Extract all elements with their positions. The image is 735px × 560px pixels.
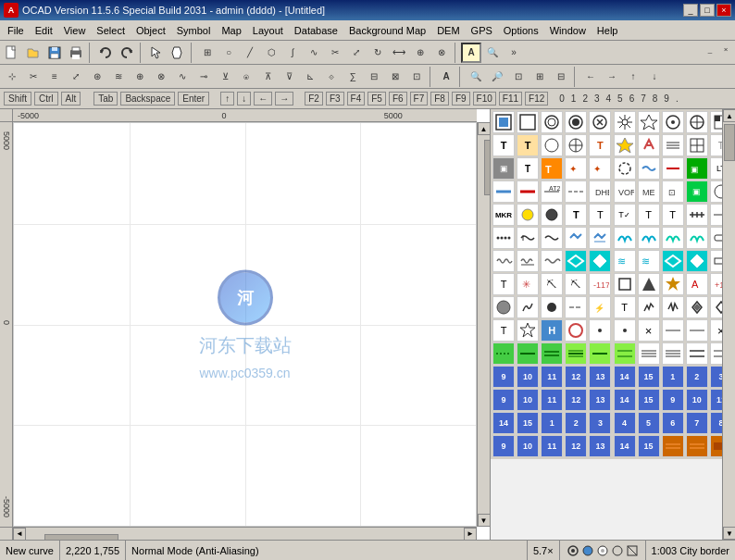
key-f3[interactable]: F3	[326, 92, 344, 106]
sym-15-3[interactable]: 11	[541, 435, 563, 457]
vis-icon-1[interactable]	[567, 544, 579, 557]
sym-10-3[interactable]: H	[541, 319, 563, 342]
cut-tool-button[interactable]: ✂	[325, 43, 345, 63]
sym-3-2[interactable]: T	[517, 157, 539, 180]
vis-icon-4[interactable]	[611, 544, 624, 557]
t2-zoom-box[interactable]: ⊡	[508, 67, 529, 87]
open-file-button[interactable]	[23, 43, 44, 63]
sym-2-7[interactable]	[638, 134, 660, 156]
status-visibility-icons[interactable]	[560, 541, 646, 560]
sym-10-9[interactable]	[686, 319, 708, 342]
hscroll-thumb[interactable]	[44, 534, 118, 541]
hscroll-left-button[interactable]: ◄	[13, 528, 26, 541]
save-file-button[interactable]	[44, 43, 65, 63]
key-left[interactable]: ←	[254, 92, 272, 106]
sym-14-2[interactable]: 15	[517, 412, 539, 434]
sym-5-8[interactable]: T	[662, 204, 684, 226]
t2-btn-18[interactable]: ⊟	[364, 67, 384, 87]
sym-13-2[interactable]: 10	[517, 389, 539, 411]
draw-rect-button[interactable]: ⊞	[197, 43, 218, 63]
toolbar-min-btn[interactable]: _	[703, 43, 717, 56]
menu-file[interactable]: File	[2, 23, 30, 38]
sym-12-9[interactable]: 2	[686, 366, 708, 388]
vis-icon-5[interactable]	[626, 544, 639, 557]
sym-15-6[interactable]: 14	[614, 435, 636, 457]
t2-btn-20[interactable]: ⊡	[406, 67, 427, 87]
sym-8-3[interactable]: ⛏	[541, 273, 563, 295]
sym-10-5[interactable]	[589, 319, 611, 342]
print-button[interactable]	[66, 43, 86, 63]
transform-button[interactable]: ⤢	[346, 43, 367, 63]
sym-15-7[interactable]: 15	[638, 435, 660, 457]
sym-4-9[interactable]: ▣	[686, 180, 708, 203]
sym-9-4[interactable]	[565, 296, 587, 318]
t2-btn-16[interactable]: ⟐	[321, 67, 342, 87]
sym-6-2[interactable]	[517, 227, 539, 249]
key-f7[interactable]: F7	[410, 92, 429, 106]
vscroll-up-button[interactable]: ▲	[478, 122, 491, 135]
t2-zoom-all[interactable]: ⊟	[551, 67, 571, 87]
sym-8-2[interactable]: ✳	[517, 273, 539, 295]
sym-3-3[interactable]: T	[541, 157, 563, 180]
sym-13-3[interactable]: 11	[541, 389, 563, 411]
sym-vscroll-down[interactable]: ▼	[723, 527, 735, 540]
sym-11-6[interactable]	[614, 342, 636, 365]
t2-btn-14[interactable]: ⊽	[279, 67, 299, 87]
sym-1-3[interactable]	[541, 111, 563, 133]
sym-2-2[interactable]: T	[517, 134, 539, 156]
t2-btn-7[interactable]: ⊕	[130, 67, 150, 87]
draw-bezier-button[interactable]: ∫	[282, 43, 303, 63]
sym-8-8[interactable]	[662, 273, 684, 295]
sym-12-4[interactable]: 12	[565, 366, 587, 388]
menu-select[interactable]: Select	[91, 23, 131, 38]
sym-2-6[interactable]	[614, 134, 636, 156]
sym-15-9[interactable]	[686, 435, 708, 457]
menu-edit[interactable]: Edit	[30, 23, 58, 38]
sym-6-7[interactable]	[638, 227, 660, 249]
minimize-button[interactable]: _	[683, 4, 698, 17]
sym-11-7[interactable]	[638, 342, 660, 365]
sym-1-6[interactable]	[614, 111, 636, 133]
sym-9-9[interactable]	[686, 296, 708, 318]
sym-7-8[interactable]	[662, 250, 684, 272]
select-tool-button[interactable]	[146, 43, 167, 63]
key-right[interactable]: →	[275, 92, 293, 106]
sym-7-9[interactable]	[686, 250, 708, 272]
key-f4[interactable]: F4	[347, 92, 366, 106]
sym-5-7[interactable]: T	[638, 204, 660, 226]
t2-btn-9[interactable]: ∿	[172, 67, 193, 87]
close-button[interactable]: ×	[716, 4, 731, 17]
snap-button[interactable]: ⊗	[431, 43, 452, 63]
scale-button[interactable]: ⊕	[410, 43, 430, 63]
t2-arrow-down[interactable]: ↓	[644, 67, 665, 87]
sym-6-1[interactable]	[492, 227, 515, 249]
sym-8-1[interactable]: T	[492, 273, 515, 295]
sym-15-2[interactable]: 10	[517, 435, 539, 457]
key-f5[interactable]: F5	[368, 92, 386, 106]
vscroll-thumb[interactable]	[484, 140, 491, 195]
sym-7-7[interactable]: ≋	[638, 250, 660, 272]
t2-arrow-left[interactable]: ←	[580, 67, 601, 87]
sym-4-4[interactable]	[565, 180, 587, 203]
vis-icon-3[interactable]	[596, 544, 609, 557]
sym-8-6[interactable]	[614, 273, 636, 295]
more-tools-button[interactable]: »	[504, 43, 524, 63]
sym-vscroll-thumb[interactable]	[724, 124, 735, 161]
key-up[interactable]: ↑	[220, 92, 234, 106]
t2-btn-17[interactable]: ∑	[343, 67, 363, 87]
t2-btn-15[interactable]: ⊾	[300, 67, 320, 87]
sym-4-7[interactable]: ME	[638, 180, 660, 203]
t2-arrow-right[interactable]: →	[602, 67, 622, 87]
sym-12-1[interactable]: 9	[492, 366, 515, 388]
t2-btn-4[interactable]: ⤢	[66, 67, 86, 87]
sym-vscroll-up[interactable]: ▲	[723, 109, 735, 122]
sym-4-2[interactable]	[517, 180, 539, 203]
draw-line-button[interactable]: ╱	[240, 43, 260, 63]
sym-4-3[interactable]: AT2	[541, 180, 563, 203]
t2-btn-13[interactable]: ⊼	[257, 67, 278, 87]
sym-5-9[interactable]	[686, 204, 708, 226]
sym-7-2[interactable]	[517, 250, 539, 272]
sym-13-7[interactable]: 15	[638, 389, 660, 411]
sym-14-6[interactable]: 4	[614, 412, 636, 434]
sym-3-4[interactable]: ✦	[565, 157, 587, 180]
